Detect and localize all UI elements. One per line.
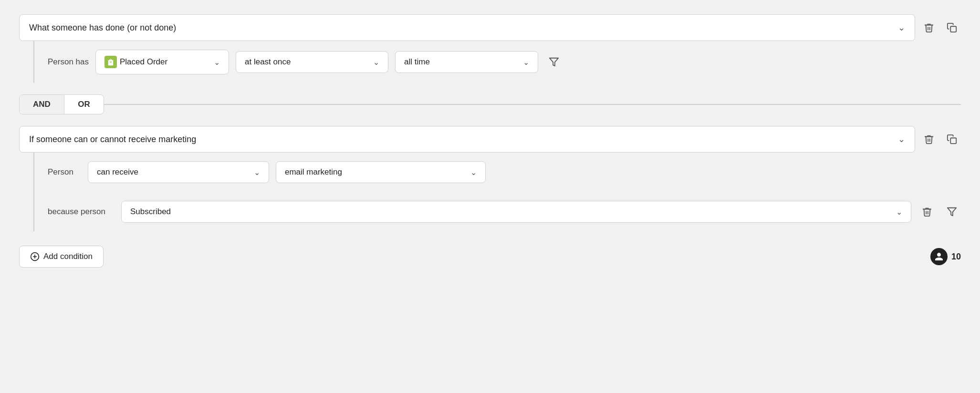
condition-2-vertical-line <box>33 153 34 231</box>
condition-2-duplicate-button[interactable] <box>943 130 961 148</box>
can-receive-chevron-icon: ⌄ <box>254 168 260 177</box>
time-label: all time <box>404 57 430 67</box>
svg-rect-3 <box>950 138 956 144</box>
user-count-badge: 10 <box>930 248 961 265</box>
condition-2-main-label: If someone can or cannot receive marketi… <box>29 134 196 145</box>
can-receive-label: can receive <box>97 167 138 177</box>
trash-icon-2 <box>924 134 934 145</box>
copy-icon-2 <box>947 134 957 145</box>
or-button[interactable]: OR <box>64 95 104 114</box>
time-select[interactable]: all time ⌄ <box>395 51 538 73</box>
frequency-label: at least once <box>245 57 291 67</box>
placed-order-select[interactable]: Placed Order ⌄ <box>95 50 229 74</box>
can-receive-select[interactable]: can receive ⌄ <box>88 161 269 183</box>
user-avatar-icon <box>930 248 948 265</box>
trash-icon-3 <box>922 207 932 217</box>
person-icon <box>934 252 944 261</box>
trash-icon <box>924 22 934 33</box>
condition-2-rows: Person can receive ⌄ email marketing ⌄ b… <box>48 153 961 231</box>
filter-icon-2 <box>947 207 957 217</box>
person-label: Person <box>48 167 81 177</box>
and-or-toggle: AND OR <box>19 94 104 114</box>
placed-order-icon-row: Placed Order <box>104 56 167 68</box>
because-delete-button[interactable] <box>918 203 936 221</box>
condition-2-sub-container: Person can receive ⌄ email marketing ⌄ b… <box>33 153 961 231</box>
condition-2-header-row: If someone can or cannot receive marketi… <box>19 126 961 153</box>
frequency-chevron-icon: ⌄ <box>373 58 379 67</box>
copy-icon <box>947 22 957 33</box>
and-or-row: AND OR <box>19 94 961 114</box>
user-count-number: 10 <box>951 252 961 262</box>
email-marketing-select[interactable]: email marketing ⌄ <box>276 161 486 183</box>
email-marketing-chevron-icon: ⌄ <box>470 168 477 177</box>
filter-icon <box>549 57 559 67</box>
condition-1-duplicate-button[interactable] <box>943 19 961 37</box>
person-can-receive-row: Person can receive ⌄ email marketing ⌄ <box>48 153 961 192</box>
person-has-label: Person has <box>48 57 89 67</box>
condition-2-block: If someone can or cannot receive marketi… <box>19 126 961 231</box>
because-label: because person <box>48 207 115 217</box>
subscribed-select[interactable]: Subscribed ⌄ <box>121 201 911 223</box>
plus-circle-icon <box>30 252 40 261</box>
condition-1-chevron-icon: ⌄ <box>898 22 905 33</box>
because-filter-button[interactable] <box>943 203 961 221</box>
condition-1-sub-row: Person has Placed Order ⌄ at least once <box>48 41 563 83</box>
add-condition-button[interactable]: Add condition <box>19 246 104 268</box>
condition-1-vertical-line <box>33 41 34 83</box>
email-marketing-label: email marketing <box>285 167 342 177</box>
svg-rect-0 <box>950 26 956 32</box>
condition-2-chevron-icon: ⌄ <box>898 134 905 145</box>
add-condition-row: Add condition 10 <box>19 246 961 268</box>
placed-order-label: Placed Order <box>120 57 167 67</box>
frequency-select[interactable]: at least once ⌄ <box>236 51 388 73</box>
because-person-row: because person Subscribed ⌄ <box>48 192 961 231</box>
placed-order-chevron-icon: ⌄ <box>214 58 220 67</box>
condition-1-filter-button[interactable] <box>545 53 563 71</box>
svg-marker-2 <box>550 58 558 66</box>
condition-2-delete-button[interactable] <box>920 130 938 148</box>
condition-1-header-row: What someone has done (or not done) ⌄ <box>19 14 961 41</box>
add-condition-label: Add condition <box>43 252 93 261</box>
and-button[interactable]: AND <box>20 95 64 114</box>
and-or-separator-line <box>104 104 961 105</box>
condition-1-delete-button[interactable] <box>920 19 938 37</box>
shopify-bag-icon <box>104 56 117 68</box>
subscribed-chevron-icon: ⌄ <box>896 207 902 217</box>
page-container: What someone has done (or not done) ⌄ <box>19 14 961 268</box>
condition-1-main-select[interactable]: What someone has done (or not done) ⌄ <box>19 14 915 41</box>
svg-marker-4 <box>948 208 956 216</box>
condition-1-main-label: What someone has done (or not done) <box>29 23 176 33</box>
condition-2-main-select[interactable]: If someone can or cannot receive marketi… <box>19 126 915 153</box>
subscribed-label: Subscribed <box>130 207 171 217</box>
time-chevron-icon: ⌄ <box>523 58 529 67</box>
condition-1-sub-container: Person has Placed Order ⌄ at least once <box>33 41 961 83</box>
condition-1-block: What someone has done (or not done) ⌄ <box>19 14 961 83</box>
